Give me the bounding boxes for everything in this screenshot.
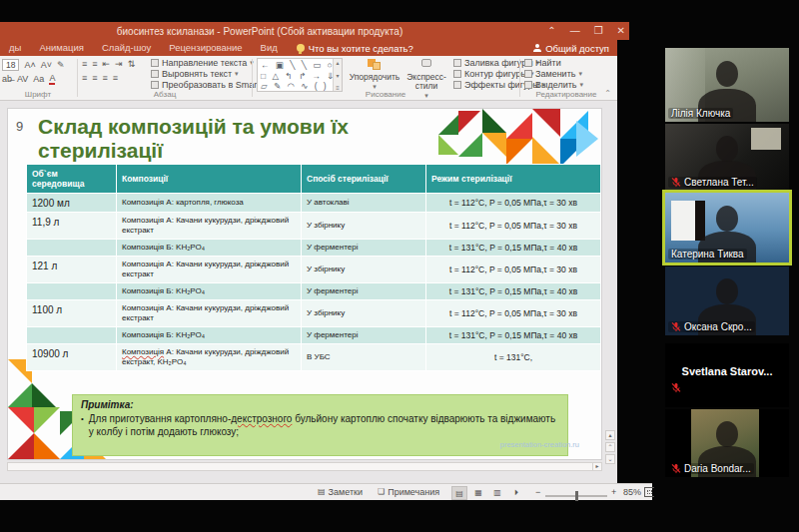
- tell-me-label: Что вы хотите сделать?: [309, 43, 413, 54]
- mosaic-decoration-top-right: [436, 109, 601, 169]
- ribbon-tab-Вид[interactable]: Вид: [252, 42, 287, 53]
- zoom-slider-thumb[interactable]: [575, 491, 578, 501]
- ribbon-tab-ды[interactable]: ды: [0, 42, 30, 53]
- volume-cell: [27, 283, 117, 300]
- participant-tile[interactable]: Светлана Тет...: [665, 124, 789, 191]
- previous-slide-icon[interactable]: ⌃: [605, 442, 615, 452]
- search-button[interactable]: Найти: [524, 58, 583, 68]
- align-text-icon: [151, 70, 159, 78]
- zoom-slider[interactable]: [545, 484, 607, 500]
- table-header-cell: Спосіб стерилізації: [302, 165, 426, 194]
- ribbon-tab-Рецензирование[interactable]: Рецензирование: [160, 42, 251, 53]
- scroll-up-icon[interactable]: ▴: [605, 430, 615, 440]
- participant-tile[interactable]: Катерина Тиква: [665, 193, 789, 263]
- alignment-icon[interactable]: ≡: [92, 73, 97, 83]
- notes-button[interactable]: ▤ Заметки: [318, 484, 363, 500]
- window-title: биосинтез ксиланази - PowerPoint (Сбой а…: [0, 26, 519, 37]
- participant-tile[interactable]: Svetlana Starov...: [665, 343, 789, 407]
- reading-view-button[interactable]: ▥: [489, 486, 505, 500]
- person-silhouette: [716, 278, 738, 304]
- participant-name: Оксана Скро...: [684, 321, 752, 332]
- character-spacing-icon[interactable]: AV: [17, 74, 28, 84]
- dropdown-caret-icon: ▾: [578, 70, 582, 78]
- person-silhouette: [716, 206, 738, 232]
- slide-canvas[interactable]: 9 Склад композицій та умови їх стериліза…: [7, 108, 602, 460]
- paragraph-format-icon[interactable]: ⇅: [128, 59, 136, 69]
- horizontal-scrollbar[interactable]: ▸: [7, 462, 602, 471]
- replace-button[interactable]: Заменить▾: [524, 69, 583, 79]
- paragraph-format-icon[interactable]: ⇤: [103, 59, 111, 69]
- participant-tile[interactable]: Daria Bondar...: [665, 409, 789, 477]
- normal-view-button[interactable]: ▤: [451, 486, 467, 500]
- tell-me-box[interactable]: Что вы хотите сделать?: [287, 43, 413, 54]
- alignment-icon[interactable]: ≡: [113, 73, 118, 83]
- paragraph-format-icon[interactable]: ≡: [92, 59, 97, 69]
- alignment-icon[interactable]: ≡: [103, 73, 108, 83]
- button-label: Контур фигуры: [464, 69, 527, 79]
- volume-cell: [27, 240, 117, 257]
- button-label: Направление текста: [162, 58, 247, 68]
- shape-glyphs-row[interactable]: ← ▣ ╲ ╲ ▭ ○: [261, 60, 332, 71]
- slide-sorter-view-button[interactable]: ▦: [470, 486, 486, 500]
- shapes-gallery[interactable]: ← ▣ ╲ ╲ ▭ ○□ △ ↰ ↱ → ⇓▱ ✎ ◠ ∿ ( ) ▴▾≡: [257, 58, 343, 92]
- paragraph-format-icon[interactable]: ⇥: [115, 59, 123, 69]
- select-button[interactable]: Выделить▾: [524, 80, 583, 90]
- muted-mic-icon: [671, 177, 681, 188]
- participant-tile[interactable]: Лілія Ключка: [665, 48, 789, 122]
- composition-cell: Композиція Б: KH₂PO₄: [117, 240, 302, 257]
- zoom-percentage[interactable]: 85%: [623, 484, 641, 500]
- shape-outline-icon: [453, 70, 461, 78]
- slideshow-button[interactable]: ⏵: [508, 486, 524, 500]
- clear-formatting-icon[interactable]: ✎: [57, 60, 65, 70]
- shapes-gallery-scrollbar[interactable]: ▴▾≡: [333, 59, 342, 91]
- editing-group-label: Редактирование: [520, 90, 612, 99]
- slide-title: Склад композицій та умови їх стерилізаці…: [38, 115, 467, 163]
- method-cell: У ферментері: [302, 240, 426, 257]
- ribbon-tab-Слайд-шоу[interactable]: Слайд-шоу: [93, 42, 160, 53]
- change-case-icon[interactable]: Aa: [33, 74, 44, 84]
- mode-cell: t = 131°C, P = 0,15 МПа,τ = 40 хв: [426, 283, 601, 300]
- button-label: Выровнять текст: [162, 69, 232, 79]
- close-button[interactable]: ✕: [617, 22, 625, 40]
- table-row: 11,9 лКомпозиція А: Качани кукурудзи, др…: [27, 213, 601, 240]
- grow-font-icon[interactable]: A˄: [24, 60, 35, 70]
- composition-cell: Композиція Б: KH₂PO₄: [117, 283, 302, 300]
- mode-cell: t = 131°C,: [426, 344, 601, 371]
- minimize-button[interactable]: —: [570, 22, 580, 40]
- screen: биосинтез ксиланази - PowerPoint (Сбой а…: [0, 0, 799, 532]
- share-button[interactable]: Общий доступ: [533, 43, 609, 54]
- bullet-icon: •: [81, 412, 84, 438]
- table-row: Композиція Б: KH₂PO₄У ферментеріt = 131°…: [27, 327, 601, 344]
- scroll-right-icon[interactable]: ▸: [592, 463, 601, 470]
- person-icon: [533, 44, 541, 52]
- smartart-icon: [151, 81, 159, 89]
- vertical-scrollbar[interactable]: ▴ ⌃ ⌄: [605, 430, 615, 464]
- muted-mic-icon: [671, 321, 681, 332]
- muted-mic-icon: [671, 463, 681, 474]
- method-cell: У збірнику: [302, 300, 426, 327]
- next-slide-icon[interactable]: ⌄: [605, 454, 615, 464]
- paragraph-format-icon[interactable]: ≡: [82, 59, 87, 69]
- composition-cell: Композиція А: картопля, глюкоза: [117, 194, 302, 213]
- ribbon-display-options-icon[interactable]: ⌃: [547, 22, 555, 40]
- comments-button[interactable]: ❏ Примечания: [378, 484, 439, 500]
- person-silhouette: [716, 61, 738, 87]
- table-row: Композиція Б: KH₂PO₄У ферментеріt = 131°…: [27, 283, 601, 300]
- participant-tile[interactable]: Оксана Скро...: [665, 266, 789, 335]
- font-size-input[interactable]: 18: [2, 59, 19, 71]
- paragraph-group-label: Абзац: [79, 90, 251, 99]
- zoom-in-button[interactable]: +: [611, 484, 616, 500]
- ribbon-tab-Анимация[interactable]: Анимация: [30, 42, 93, 53]
- shape-glyphs-row[interactable]: □ △ ↰ ↱ → ⇓: [261, 71, 332, 82]
- arrange-button[interactable]: Упорядочить ▾: [349, 59, 400, 91]
- participant-name-tag: Светлана Тет...: [668, 177, 757, 188]
- arrange-icon: [368, 59, 382, 71]
- strikethrough-icon[interactable]: ab̶: [2, 74, 12, 84]
- font-group-label: Шрифт: [0, 90, 76, 99]
- restore-button[interactable]: ❐: [594, 22, 603, 40]
- shrink-font-icon[interactable]: A˅: [41, 60, 52, 70]
- alignment-icon[interactable]: ≡: [82, 73, 87, 83]
- zoom-out-button[interactable]: −: [535, 484, 540, 500]
- font-color-icon[interactable]: A: [49, 73, 55, 85]
- collapse-ribbon-icon[interactable]: ⌃: [604, 89, 611, 98]
